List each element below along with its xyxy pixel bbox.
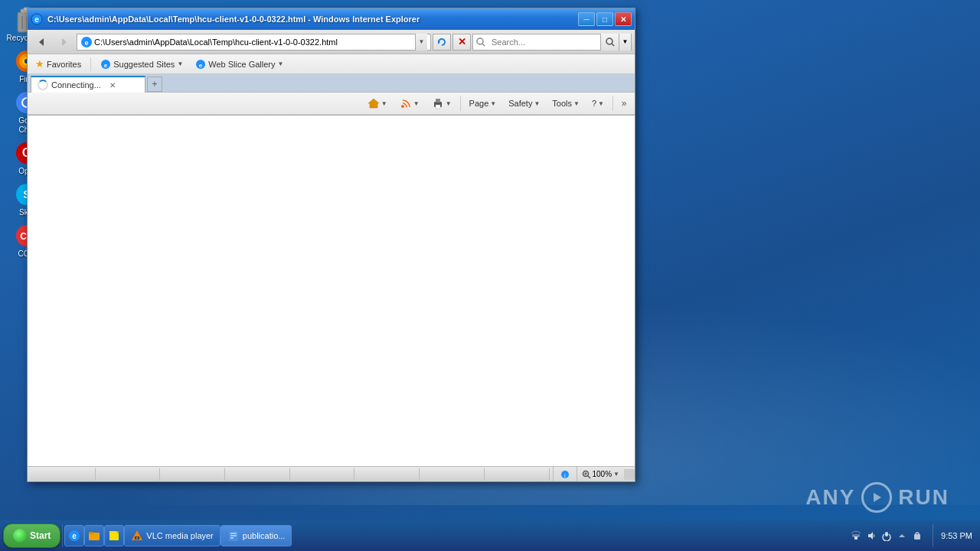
ie-address-input[interactable] [94,37,413,47]
print-dropdown-icon: ▼ [446,100,452,107]
safety-label: Safety [508,99,532,108]
svg-text:e: e [84,39,88,47]
svg-rect-60 [853,535,859,536]
ie-nav-bar: e ▼ ✕ [28,30,635,54]
ie-page-button[interactable]: Page ▼ [464,96,502,110]
page-label: Page [469,99,489,108]
ie-new-tab-button[interactable]: + [147,77,162,92]
ie-close-button[interactable]: ✕ [615,12,632,26]
tray-icon-sound[interactable] [865,530,877,542]
ie-taskbar-icon: e [68,530,80,542]
ie-refresh-button[interactable] [433,34,451,51]
suggested-sites-icon: e [100,59,111,70]
taskbar-item-files[interactable] [84,525,104,546]
zoom-label: 100% [593,470,612,478]
tray-icon-security[interactable] [911,530,923,542]
ie-tab-connecting[interactable]: Connecting... ✕ [31,76,145,93]
svg-rect-64 [914,534,920,540]
svg-rect-38 [436,99,440,103]
status-segment-7 [420,468,485,481]
ie-help-button[interactable]: ? ▼ [586,96,609,110]
ie-suggested-sites[interactable]: e Suggested Sites ▼ [97,57,186,71]
anyrun-play-icon [861,482,892,513]
svg-rect-62 [885,532,888,536]
tray-icon-power[interactable] [880,530,893,542]
ie-tools-button[interactable]: Tools ▼ [547,96,585,110]
svg-line-30 [612,44,614,46]
ie-status-progress [28,468,553,481]
safety-dropdown-icon: ▼ [534,100,540,107]
help-label: ? [592,99,596,108]
print-icon [432,97,444,109]
taskbar-clock[interactable]: 9:53 PM [936,531,977,540]
ie-search-icon [473,37,488,47]
svg-marker-22 [39,38,44,46]
cmd-separator-2 [612,96,613,111]
ie-web-slice-gallery[interactable]: e Web Slice Gallery ▼ [192,57,286,71]
tray-icon-arrow[interactable] [896,530,908,542]
taskbar-item-sticky[interactable] [104,525,124,546]
status-segment-2 [96,468,161,481]
ie-print-button[interactable]: ▼ [426,95,457,112]
svg-marker-63 [899,534,905,537]
svg-text:e: e [199,62,203,69]
taskbar-item-pub[interactable]: publicatio... [220,525,292,546]
ie-status-bar: i 100% ▼ [28,466,635,481]
tools-label: Tools [552,99,572,108]
ie-search-dropdown[interactable]: ▼ [619,34,631,51]
ie-resize-handle[interactable] [624,469,635,480]
ie-minimize-button[interactable]: ─ [578,12,595,26]
ie-expand-button[interactable]: » [616,96,632,111]
zone-icon: i [560,469,570,480]
pub-taskbar-label: publicatio... [243,531,286,540]
ie-stop-button[interactable]: ✕ [452,34,471,51]
ie-address-dropdown[interactable]: ▼ [415,34,427,51]
star-icon: ★ [35,58,44,70]
taskbar: Start e [0,520,980,551]
ie-title-bar: e C:\Users\admin\AppData\Local\Temp\hcu-… [28,8,635,30]
ie-favorites-button[interactable]: ★ Favorites [32,57,84,71]
anyrun-text: ANY [805,485,855,510]
ie-favorites-bar: ★ Favorites e Suggested Sites ▼ e Web Sl… [28,54,635,74]
ie-rss-button[interactable]: ▼ [394,95,425,112]
start-button[interactable]: Start [3,523,60,548]
svg-rect-39 [436,105,440,109]
zoom-icon [582,470,591,479]
system-tray [844,530,929,542]
tab-loading-spinner [38,80,48,90]
ie-tab-label: Connecting... [51,80,101,90]
svg-text:e: e [34,15,39,24]
svg-text:i: i [564,472,566,479]
ie-title-text: C:\Users\admin\AppData\Local\Temp\hcu-cl… [47,15,578,24]
svg-marker-23 [62,38,67,46]
ie-search-input[interactable] [488,37,600,47]
svg-text:e: e [73,532,77,540]
svg-point-36 [401,105,404,108]
ie-search-go-button[interactable] [600,34,619,51]
svg-point-27 [477,38,483,44]
ie-tab-close-button[interactable]: ✕ [107,80,118,90]
favorites-label: Favorites [47,60,81,69]
taskbar-item-vlc[interactable]: VLC media player [124,525,220,546]
svg-point-29 [606,38,612,44]
taskbar-item-ie[interactable]: e [64,525,84,546]
web-slice-icon: e [195,59,206,70]
ie-maximize-button[interactable]: □ [596,12,613,26]
svg-rect-59 [854,536,858,540]
web-slice-label: Web Slice Gallery [208,60,275,69]
status-segment-6 [354,468,420,481]
ie-tab-cmd-area: Connecting... ✕ + ▼ [28,74,635,116]
ie-safety-button[interactable]: Safety ▼ [503,96,545,110]
status-segment-8 [485,468,550,481]
vlc-taskbar-icon [131,530,143,542]
ie-home-button[interactable]: ▼ [362,95,393,112]
svg-rect-49 [89,532,93,534]
ie-status-zoom[interactable]: 100% ▼ [577,467,625,481]
tray-icon-network[interactable] [850,530,862,542]
ie-forward-button[interactable] [54,32,75,52]
taskbar-sep-1 [62,524,63,547]
pub-taskbar-icon [227,530,240,542]
desktop: Recycle Bin Fir... [0,0,980,551]
ie-cmd-bar: ▼ ▼ [28,92,635,115]
ie-back-button[interactable] [31,32,52,52]
